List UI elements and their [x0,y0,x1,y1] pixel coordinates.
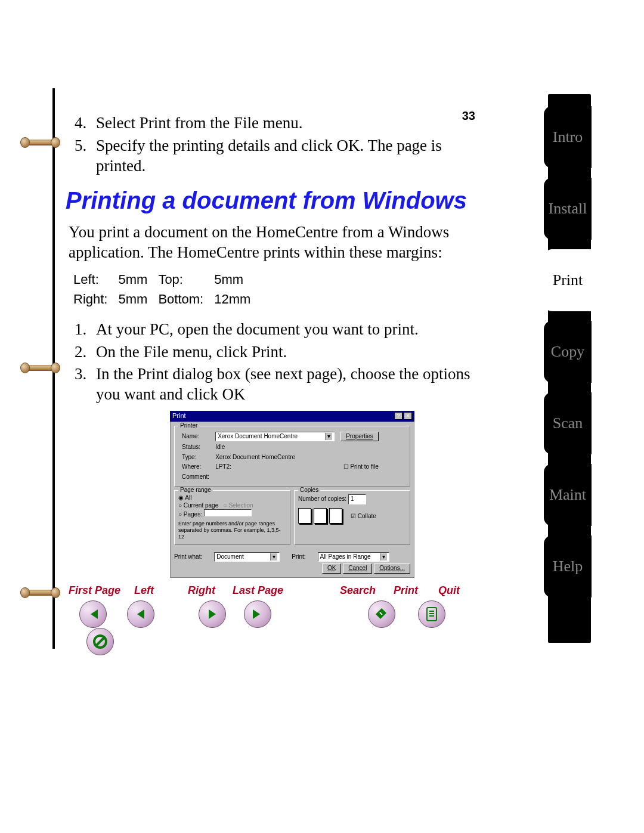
range-hint: Enter page numbers and/or page ranges se… [178,521,286,541]
nav-label-quit: Quit [438,584,460,597]
options-button[interactable]: Options... [374,563,410,574]
right-icon [205,607,219,621]
printwhat-label: Print what: [174,553,202,561]
prev-page-button[interactable] [127,600,154,628]
dialog-titlebar[interactable]: Print ? × [170,411,414,422]
chevron-down-icon: ▾ [325,433,332,441]
tab-scan[interactable]: Scan [544,392,592,454]
tab-install[interactable]: Install [544,178,592,240]
left-icon [134,607,148,621]
name-label: Name: [179,431,212,442]
status-label: Status: [179,443,212,452]
print-button[interactable] [418,600,445,628]
print-range-label: Print: [292,553,305,561]
quit-icon [92,633,109,650]
printer-name-combo[interactable]: Xerox Document HomeCentre▾ [215,432,335,442]
step-text: On the File menu, click Print. [96,343,287,361]
margin-bottom-value: 12mm [214,290,260,309]
page-nav: First Page Left Right Last Page Search P… [69,584,486,655]
last-icon [250,607,265,621]
tab-copy[interactable]: Copy [544,321,592,383]
margin-top-value: 5mm [214,270,260,289]
collate-checkbox[interactable]: Collate [351,513,376,521]
type-value: Xerox Document HomeCentre [213,453,381,462]
search-button[interactable] [368,600,395,628]
steps-continued: 4.Select Print from the File menu. 5.Spe… [69,113,475,176]
step-item: 4.Select Print from the File menu. [85,113,475,134]
step-item: 5.Specify the printing details and click… [85,136,475,176]
nav-label-search: Search [340,584,391,597]
help-window-button[interactable]: ? [394,412,402,420]
ok-button[interactable]: OK [322,563,341,574]
pages-input[interactable] [204,509,252,516]
nav-label-right: Right [188,584,230,597]
binder-ring [24,587,57,598]
step-text: At your PC, open the document you want t… [96,320,419,338]
intro-paragraph: You print a document on the HomeCentre f… [69,222,475,263]
properties-button[interactable]: Properties [340,432,379,442]
margins-table: Left: 5mm Top: 5mm Right: 5mm Bottom: 12… [72,269,261,310]
page-range-group: Page range All Current page Selection Pa… [174,490,290,544]
step-item: 1.At your PC, open the document you want… [85,320,475,340]
where-label: Where: [179,463,212,472]
printer-group: Printer Name: Xerox Document HomeCentre▾… [174,426,410,487]
step-number: 5. [75,136,86,156]
range-pages-radio[interactable]: Pages: [178,511,202,518]
tab-intro[interactable]: Intro [544,106,592,168]
last-page-button[interactable] [244,600,271,628]
binder-ring [24,363,57,373]
tab-print[interactable]: Print [544,249,592,311]
range-current-radio[interactable]: Current page [178,502,218,509]
step-item: 2.On the File menu, click Print. [85,342,475,363]
status-value: Idle [213,443,381,452]
nav-label-print: Print [394,584,435,597]
svg-line-5 [96,637,104,646]
printwhat-combo[interactable]: Document▾ [214,552,280,562]
close-window-button[interactable]: × [404,412,412,420]
print-to-file-checkbox[interactable]: Print to file [343,463,379,470]
first-icon [86,607,100,621]
range-all-radio[interactable]: All [178,494,191,501]
range-selection-radio: Selection [224,502,253,509]
copies-label: Number of copies: [298,496,346,502]
step-text: Select Print from the File menu. [96,114,302,132]
next-page-button[interactable] [199,600,226,628]
printer-legend: Printer [178,422,199,430]
print-doc-icon [425,606,438,622]
first-page-button[interactable] [79,600,107,628]
margin-right-value: 5mm [118,290,157,309]
print-range-combo[interactable]: All Pages in Range▾ [318,552,389,562]
tab-maint[interactable]: Maint [544,464,592,526]
copies-spinner[interactable]: 1 [348,494,366,504]
range-legend: Page range [178,487,213,494]
binder-ring [24,137,57,148]
step-number: 3. [75,364,86,385]
margin-top-label: Top: [158,270,213,289]
step-number: 1. [75,320,86,340]
where-value: LPT2: [213,463,337,472]
chevron-down-icon: ▾ [270,553,277,561]
margin-bottom-label: Bottom: [158,290,213,309]
cancel-button[interactable]: Cancel [343,563,372,574]
step-text: In the Print dialog box (see next page),… [96,365,470,403]
collate-preview-icon [298,508,345,526]
margin-left-value: 5mm [118,270,157,289]
margin-right-label: Right: [73,290,117,309]
comment-label: Comment: [179,473,212,482]
dialog-body: Printer Name: Xerox Document HomeCentre▾… [170,422,414,578]
nav-label-first: First Page [69,584,131,597]
step-number: 4. [75,113,86,134]
dialog-title: Print [172,412,186,420]
type-label: Type: [179,453,212,462]
nav-label-left: Left [134,584,185,597]
step-item: 3.In the Print dialog box (see next page… [85,364,475,405]
margin-left-label: Left: [73,270,117,289]
nav-label-last: Last Page [233,584,337,597]
tab-help[interactable]: Help [544,535,592,597]
copies-legend: Copies [298,487,320,494]
page-content: 33 4.Select Print from the File menu. 5.… [69,113,475,578]
copies-group: Copies Number of copies: 1 Collate [294,490,410,544]
section-heading: Printing a document from Windows [66,187,475,214]
quit-button[interactable] [86,628,114,655]
step-text: Specify the printing details and click O… [96,137,442,175]
